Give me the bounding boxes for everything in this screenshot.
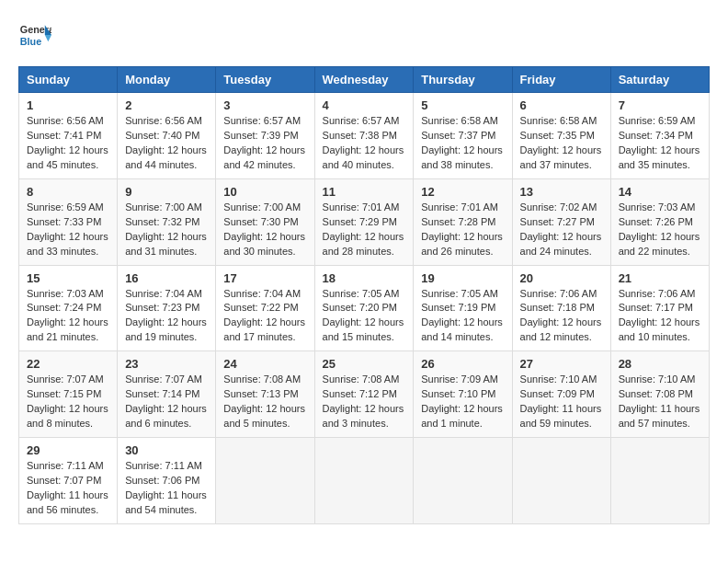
calendar-cell: 7 Sunrise: 6:59 AMSunset: 7:34 PMDayligh… xyxy=(610,93,709,179)
day-info: Sunrise: 6:57 AMSunset: 7:38 PMDaylight:… xyxy=(323,114,406,173)
calendar-cell: 9 Sunrise: 7:00 AMSunset: 7:32 PMDayligh… xyxy=(118,178,216,265)
day-number: 15 xyxy=(27,271,109,285)
day-info: Sunrise: 7:06 AMSunset: 7:17 PMDaylight:… xyxy=(619,287,701,346)
weekday-header-monday: Monday xyxy=(118,67,216,93)
day-info: Sunrise: 7:04 AMSunset: 7:23 PMDaylight:… xyxy=(125,287,208,346)
calendar-cell: 11 Sunrise: 7:01 AMSunset: 7:29 PMDaylig… xyxy=(314,178,414,265)
day-info: Sunrise: 6:59 AMSunset: 7:33 PMDaylight:… xyxy=(27,201,109,259)
calendar-cell: 15 Sunrise: 7:03 AMSunset: 7:24 PMDaylig… xyxy=(19,265,118,351)
day-number: 1 xyxy=(27,98,109,112)
calendar-cell: 29 Sunrise: 7:11 AMSunset: 7:07 PMDaylig… xyxy=(19,438,118,524)
logo-icon: General Blue xyxy=(18,18,51,52)
day-info: Sunrise: 7:08 AMSunset: 7:13 PMDaylight:… xyxy=(223,373,306,431)
day-info: Sunrise: 7:03 AMSunset: 7:26 PMDaylight:… xyxy=(619,201,701,259)
calendar-cell: 16 Sunrise: 7:04 AMSunset: 7:23 PMDaylig… xyxy=(118,265,216,351)
day-number: 16 xyxy=(125,271,208,285)
calendar-cell: 23 Sunrise: 7:07 AMSunset: 7:14 PMDaylig… xyxy=(118,351,216,438)
calendar-cell: 18 Sunrise: 7:05 AMSunset: 7:20 PMDaylig… xyxy=(314,265,414,351)
calendar-cell: 25 Sunrise: 7:08 AMSunset: 7:12 PMDaylig… xyxy=(314,351,414,438)
day-info: Sunrise: 7:01 AMSunset: 7:29 PMDaylight:… xyxy=(323,201,406,259)
day-info: Sunrise: 7:08 AMSunset: 7:12 PMDaylight:… xyxy=(323,373,406,431)
weekday-header-thursday: Thursday xyxy=(414,67,512,93)
day-number: 26 xyxy=(421,357,504,371)
day-number: 24 xyxy=(223,357,306,371)
calendar-cell xyxy=(216,438,314,524)
weekday-header-friday: Friday xyxy=(512,67,610,93)
calendar-cell: 6 Sunrise: 6:58 AMSunset: 7:35 PMDayligh… xyxy=(512,93,610,179)
day-number: 25 xyxy=(323,357,406,371)
day-number: 28 xyxy=(619,357,701,371)
calendar-cell: 21 Sunrise: 7:06 AMSunset: 7:17 PMDaylig… xyxy=(610,265,709,351)
svg-text:Blue: Blue xyxy=(20,36,41,47)
day-number: 3 xyxy=(223,98,306,112)
calendar-cell: 17 Sunrise: 7:04 AMSunset: 7:22 PMDaylig… xyxy=(216,265,314,351)
calendar-cell: 8 Sunrise: 6:59 AMSunset: 7:33 PMDayligh… xyxy=(19,178,118,265)
calendar-cell: 5 Sunrise: 6:58 AMSunset: 7:37 PMDayligh… xyxy=(414,93,512,179)
day-info: Sunrise: 6:58 AMSunset: 7:35 PMDaylight:… xyxy=(520,114,603,173)
calendar-week-row: 15 Sunrise: 7:03 AMSunset: 7:24 PMDaylig… xyxy=(19,265,710,351)
logo: General Blue xyxy=(18,18,51,52)
calendar-week-row: 22 Sunrise: 7:07 AMSunset: 7:15 PMDaylig… xyxy=(19,351,710,438)
day-info: Sunrise: 7:09 AMSunset: 7:10 PMDaylight:… xyxy=(421,373,504,431)
day-number: 11 xyxy=(323,185,406,199)
calendar-cell: 28 Sunrise: 7:10 AMSunset: 7:08 PMDaylig… xyxy=(610,351,709,438)
calendar-cell: 13 Sunrise: 7:02 AMSunset: 7:27 PMDaylig… xyxy=(512,178,610,265)
day-number: 2 xyxy=(125,98,208,112)
calendar-cell: 14 Sunrise: 7:03 AMSunset: 7:26 PMDaylig… xyxy=(610,178,709,265)
day-info: Sunrise: 7:10 AMSunset: 7:08 PMDaylight:… xyxy=(619,373,701,431)
weekday-header-saturday: Saturday xyxy=(610,67,709,93)
page-header: General Blue xyxy=(18,18,710,52)
calendar-cell: 26 Sunrise: 7:09 AMSunset: 7:10 PMDaylig… xyxy=(414,351,512,438)
weekday-header-wednesday: Wednesday xyxy=(314,67,414,93)
day-info: Sunrise: 6:57 AMSunset: 7:39 PMDaylight:… xyxy=(223,114,306,173)
day-info: Sunrise: 7:00 AMSunset: 7:30 PMDaylight:… xyxy=(223,201,306,259)
day-info: Sunrise: 7:05 AMSunset: 7:20 PMDaylight:… xyxy=(323,287,406,346)
day-number: 6 xyxy=(520,98,603,112)
day-number: 30 xyxy=(125,443,208,457)
calendar-cell xyxy=(610,438,709,524)
day-number: 22 xyxy=(27,357,109,371)
day-number: 7 xyxy=(619,98,701,112)
calendar-week-row: 1 Sunrise: 6:56 AMSunset: 7:41 PMDayligh… xyxy=(19,93,710,179)
day-info: Sunrise: 7:02 AMSunset: 7:27 PMDaylight:… xyxy=(520,201,603,259)
day-info: Sunrise: 6:56 AMSunset: 7:40 PMDaylight:… xyxy=(125,114,208,173)
day-info: Sunrise: 7:01 AMSunset: 7:28 PMDaylight:… xyxy=(421,201,504,259)
weekday-header-sunday: Sunday xyxy=(19,67,118,93)
day-info: Sunrise: 6:58 AMSunset: 7:37 PMDaylight:… xyxy=(421,114,504,173)
calendar-table: SundayMondayTuesdayWednesdayThursdayFrid… xyxy=(18,66,710,524)
day-number: 4 xyxy=(323,98,406,112)
day-info: Sunrise: 6:56 AMSunset: 7:41 PMDaylight:… xyxy=(27,114,109,173)
calendar-cell: 4 Sunrise: 6:57 AMSunset: 7:38 PMDayligh… xyxy=(314,93,414,179)
weekday-header-row: SundayMondayTuesdayWednesdayThursdayFrid… xyxy=(19,67,710,93)
day-info: Sunrise: 7:06 AMSunset: 7:18 PMDaylight:… xyxy=(520,287,603,346)
day-number: 18 xyxy=(323,271,406,285)
day-number: 21 xyxy=(619,271,701,285)
day-info: Sunrise: 7:11 AMSunset: 7:06 PMDaylight:… xyxy=(125,459,208,518)
day-info: Sunrise: 7:05 AMSunset: 7:19 PMDaylight:… xyxy=(421,287,504,346)
calendar-cell: 10 Sunrise: 7:00 AMSunset: 7:30 PMDaylig… xyxy=(216,178,314,265)
day-number: 29 xyxy=(27,443,109,457)
calendar-cell xyxy=(314,438,414,524)
calendar-week-row: 8 Sunrise: 6:59 AMSunset: 7:33 PMDayligh… xyxy=(19,178,710,265)
day-number: 13 xyxy=(520,185,603,199)
day-info: Sunrise: 6:59 AMSunset: 7:34 PMDaylight:… xyxy=(619,114,701,173)
calendar-cell: 22 Sunrise: 7:07 AMSunset: 7:15 PMDaylig… xyxy=(19,351,118,438)
calendar-cell: 12 Sunrise: 7:01 AMSunset: 7:28 PMDaylig… xyxy=(414,178,512,265)
calendar-cell: 20 Sunrise: 7:06 AMSunset: 7:18 PMDaylig… xyxy=(512,265,610,351)
day-number: 14 xyxy=(619,185,701,199)
day-number: 12 xyxy=(421,185,504,199)
day-number: 5 xyxy=(421,98,504,112)
svg-marker-3 xyxy=(45,35,51,41)
calendar-cell: 24 Sunrise: 7:08 AMSunset: 7:13 PMDaylig… xyxy=(216,351,314,438)
day-info: Sunrise: 7:03 AMSunset: 7:24 PMDaylight:… xyxy=(27,287,109,346)
calendar-week-row: 29 Sunrise: 7:11 AMSunset: 7:07 PMDaylig… xyxy=(19,438,710,524)
day-info: Sunrise: 7:07 AMSunset: 7:14 PMDaylight:… xyxy=(125,373,208,431)
day-number: 8 xyxy=(27,185,109,199)
day-info: Sunrise: 7:11 AMSunset: 7:07 PMDaylight:… xyxy=(27,459,109,518)
day-info: Sunrise: 7:07 AMSunset: 7:15 PMDaylight:… xyxy=(27,373,109,431)
day-number: 19 xyxy=(421,271,504,285)
day-info: Sunrise: 7:00 AMSunset: 7:32 PMDaylight:… xyxy=(125,201,208,259)
day-number: 9 xyxy=(125,185,208,199)
day-number: 23 xyxy=(125,357,208,371)
calendar-cell xyxy=(512,438,610,524)
